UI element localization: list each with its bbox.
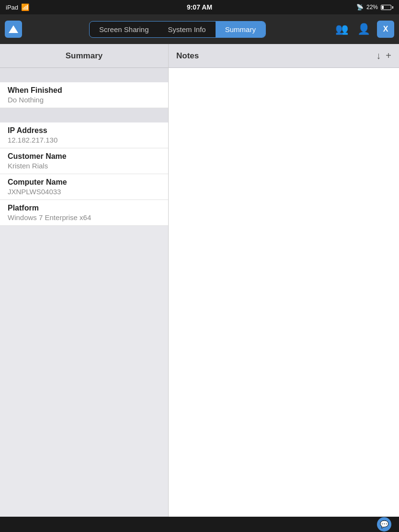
close-button[interactable]: X: [377, 21, 394, 38]
user-button[interactable]: 👤: [355, 20, 373, 38]
app-logo[interactable]: [5, 21, 22, 38]
battery-icon: [381, 5, 393, 10]
chat-button[interactable]: 💬: [377, 517, 391, 532]
platform-item: Platform Windows 7 Enterprise x64: [0, 200, 168, 226]
section-gap-top: [0, 68, 168, 82]
download-notes-button[interactable]: ↓: [376, 50, 381, 61]
group-users-button[interactable]: 👥: [333, 20, 351, 38]
customer-name-label: Customer Name: [8, 152, 160, 161]
main-content: Summary When Finished Do Nothing IP Addr…: [0, 44, 399, 517]
ip-address-label: IP Address: [8, 126, 160, 135]
computer-name-label: Computer Name: [8, 178, 160, 187]
add-note-button[interactable]: +: [386, 50, 391, 61]
nav-right-actions: 👥 👤 X: [333, 20, 394, 38]
summary-panel-title: Summary: [66, 51, 103, 61]
computer-name-value: JXNPLWS04033: [8, 188, 160, 196]
right-panel: Notes ↓ +: [169, 44, 399, 517]
user-icon: 👤: [357, 23, 370, 35]
tab-system-info[interactable]: System Info: [159, 22, 216, 37]
when-finished-label: When Finished: [8, 86, 160, 95]
battery-fill: [382, 6, 384, 9]
close-label: X: [383, 25, 388, 33]
tab-screen-sharing[interactable]: Screen Sharing: [90, 22, 158, 37]
battery-tip: [392, 6, 393, 9]
status-left: iPad 📶: [6, 3, 29, 11]
customer-name-value: Kristen Rials: [8, 162, 160, 170]
wifi-icon: 📶: [21, 3, 29, 11]
nav-bar: Screen Sharing System Info Summary 👥 👤 X: [0, 14, 399, 44]
ip-address-value: 12.182.217.130: [8, 136, 160, 144]
platform-label: Platform: [8, 204, 160, 212]
notes-panel-title: Notes: [176, 51, 199, 61]
tab-summary[interactable]: Summary: [216, 22, 265, 37]
when-finished-item: When Finished Do Nothing: [0, 82, 168, 108]
notes-header-actions: ↓ +: [376, 50, 391, 61]
computer-name-item: Computer Name JXNPLWS04033: [0, 174, 168, 200]
chat-icon: 💬: [380, 520, 389, 529]
battery-percent: 22%: [366, 4, 378, 11]
group-users-icon: 👥: [335, 23, 348, 35]
when-finished-value: Do Nothing: [8, 96, 160, 104]
nav-tabs: Screen Sharing System Info Summary: [89, 21, 266, 38]
notes-content-area: [169, 68, 399, 517]
customer-name-item: Customer Name Kristen Rials: [0, 148, 168, 174]
bluetooth-icon: 📡: [356, 4, 364, 11]
panel-bottom-gap: [0, 226, 168, 517]
status-right: 📡 22%: [356, 4, 393, 11]
summary-panel-header: Summary: [0, 44, 168, 68]
ip-address-item: IP Address 12.182.217.130: [0, 122, 168, 148]
battery-body: [381, 5, 391, 10]
platform-value: Windows 7 Enterprise x64: [8, 213, 160, 222]
device-label: iPad: [6, 4, 18, 11]
bottom-bar: 💬: [0, 517, 399, 532]
status-bar: iPad 📶 9:07 AM 📡 22%: [0, 0, 399, 14]
left-panel: Summary When Finished Do Nothing IP Addr…: [0, 44, 169, 517]
time-display: 9:07 AM: [187, 3, 212, 11]
logo-triangle-icon: [9, 25, 18, 33]
notes-panel-header: Notes ↓ +: [169, 44, 399, 68]
section-divider-1: [0, 108, 168, 122]
